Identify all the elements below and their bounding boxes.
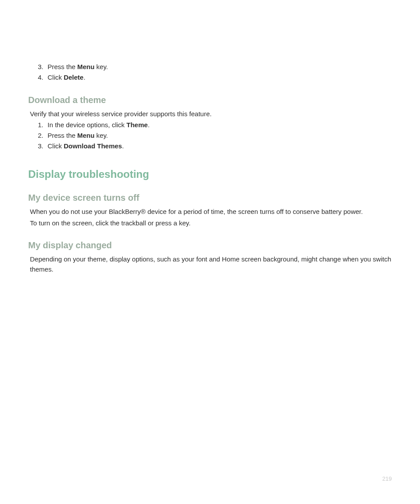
step-text: Click: [48, 74, 64, 81]
step-bold: Download Themes: [64, 142, 122, 150]
section-heading-download-theme: Download a theme: [28, 95, 392, 105]
step-text: .: [148, 121, 150, 129]
page-number: 219: [382, 475, 392, 482]
major-heading-display-troubleshooting: Display troubleshooting: [28, 168, 392, 180]
list-item: Press the Menu key.: [48, 130, 392, 141]
paragraph: To turn on the screen, click the trackba…: [30, 218, 392, 228]
document-page: Press the Menu key. Click Delete. Downlo…: [0, 0, 420, 274]
step-bold: Menu: [77, 132, 95, 139]
step-text: .: [122, 142, 124, 150]
step-text: In the device options, click: [48, 121, 126, 129]
step-text: Press the: [48, 132, 77, 139]
step-text: Press the: [48, 63, 77, 70]
list-item: In the device options, click Theme.: [48, 120, 392, 130]
list-item: Click Download Themes.: [48, 141, 392, 151]
step-bold: Delete: [64, 74, 84, 81]
step-text: Click: [48, 142, 64, 150]
step-bold: Theme: [126, 121, 147, 129]
section-heading-screen-turns-off: My device screen turns off: [28, 193, 392, 203]
step-text: .: [84, 74, 85, 81]
step-text: key.: [95, 63, 108, 70]
paragraph: When you do not use your BlackBerry® dev…: [30, 206, 392, 217]
step-text: key.: [95, 132, 108, 139]
step-bold: Menu: [77, 63, 95, 70]
list-item: Click Delete.: [48, 72, 392, 83]
section-heading-display-changed: My display changed: [28, 240, 392, 250]
paragraph: Depending on your theme, display options…: [30, 254, 392, 275]
intro-paragraph: Verify that your wireless service provid…: [30, 109, 392, 119]
download-theme-steps: In the device options, click Theme. Pres…: [28, 120, 392, 151]
continued-steps-list: Press the Menu key. Click Delete.: [28, 62, 392, 83]
list-item: Press the Menu key.: [48, 62, 392, 72]
